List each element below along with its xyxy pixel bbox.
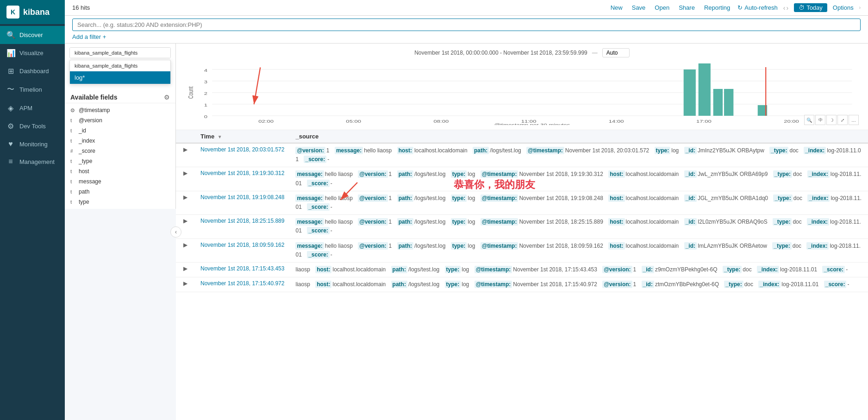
source-val: localhost.localdomain (626, 195, 681, 201)
source-key: _id: (684, 218, 697, 226)
sidebar-item-management[interactable]: ≡ Management (0, 153, 65, 170)
sidebar-item-apm[interactable]: ◈ APM (0, 99, 65, 117)
field-type-hash-score: # (70, 149, 76, 154)
chart-zoom-button[interactable]: 🔍 (804, 115, 814, 125)
index-option-flights[interactable]: kibana_sample_data_flights (70, 60, 170, 71)
save-button[interactable]: Save (630, 3, 648, 12)
index-tab-flights[interactable]: kibana_sample_data_flights (70, 48, 170, 58)
clock-icon: ⏱ (799, 4, 805, 11)
source-val: doc (793, 195, 804, 201)
reporting-button[interactable]: Reporting (702, 3, 732, 12)
monitoring-icon: ♥ (6, 140, 15, 148)
sidebar-item-label-timelion: Timelion (19, 86, 42, 93)
source-cell: @version:1 message:hello liaosp host:loc… (290, 143, 868, 167)
svg-text:1: 1 (204, 103, 207, 107)
svg-text:4: 4 (204, 68, 207, 73)
source-val: I2L0zmYB5uJK ORBAQ9oS (698, 219, 769, 225)
chart-toolbar: 🔍 中 ☽ ⤢ … (804, 115, 859, 125)
source-key: _type: (769, 147, 788, 154)
logo[interactable]: K kibana (0, 0, 65, 24)
field-name-timestamp: @timestamp (79, 107, 110, 113)
field-item-host[interactable]: t host (65, 166, 175, 176)
source-val: JwL_zmYB5uJK ORBA69p9 (698, 171, 769, 177)
chevron-right-icon[interactable]: › (786, 4, 788, 12)
index-dropdown: kibana_sample_data_flights log* (69, 60, 171, 84)
field-item-version[interactable]: t @version (65, 115, 175, 125)
search-input[interactable] (72, 19, 861, 31)
new-button[interactable]: New (609, 3, 624, 12)
expand-row-button[interactable]: ▶ (181, 146, 189, 153)
chart-dash-separator: — (592, 50, 598, 56)
expand-row-button[interactable]: ▶ (181, 280, 189, 287)
source-text: liaosp (295, 266, 312, 273)
settings-gear-icon[interactable]: ⚙ (164, 94, 170, 101)
sidebar-item-monitoring[interactable]: ♥ Monitoring (0, 135, 65, 153)
field-item-path[interactable]: t path (65, 187, 175, 197)
sidebar-item-devtools[interactable]: ⚙ Dev Tools (0, 117, 65, 135)
expand-row-button[interactable]: ▶ (181, 265, 189, 272)
source-key: host: (608, 242, 624, 250)
field-item-index[interactable]: t _index (65, 136, 175, 146)
collapse-panel-button[interactable]: ‹ (170, 226, 181, 238)
chart-interval-select[interactable]: Auto (602, 48, 630, 57)
source-key: _id: (684, 194, 697, 202)
time-cell: November 1st 2018, 19:19:08.248 (195, 191, 290, 214)
source-key: @timestamp: (481, 218, 518, 226)
field-item-logtype[interactable]: t type (65, 197, 175, 207)
refresh-icon: ↻ (737, 4, 743, 11)
field-item-score[interactable]: # _score (65, 146, 175, 156)
chart-moon-button[interactable]: ☽ (826, 115, 837, 125)
expand-row-button[interactable]: ▶ (181, 194, 189, 201)
expand-row-button[interactable]: ▶ (181, 242, 189, 248)
time-col-header[interactable]: Time ▼ (195, 130, 290, 143)
index-option-log[interactable]: log* (70, 71, 170, 84)
field-item-message[interactable]: t message (65, 176, 175, 187)
expand-row-button[interactable]: ▶ (181, 170, 189, 176)
apm-icon: ◈ (6, 104, 15, 113)
chevron-left-icon[interactable]: ‹ (783, 4, 786, 12)
field-item-timestamp[interactable]: ⊙ @timestamp (65, 105, 175, 115)
source-val: localhost.localdomain (626, 243, 681, 249)
index-selector: kibana_sample_data_flights kibana_sample… (65, 44, 175, 62)
expand-row-button[interactable]: ▶ (181, 218, 189, 224)
source-key: _score: (824, 281, 847, 288)
sidebar-item-timelion[interactable]: 〜 Timelion (0, 80, 65, 99)
field-item-id[interactable]: t _id (65, 125, 175, 136)
source-val: - (847, 281, 849, 288)
source-val: JmInz2YB5uJK ORBAytpw (698, 147, 766, 154)
sidebar-item-dashboard[interactable]: ⊞ Dashboard (0, 62, 65, 80)
source-key: path: (391, 266, 407, 273)
sidebar-item-visualize[interactable]: 📊 Visualize (0, 44, 65, 62)
source-val: log (468, 219, 476, 225)
options-button[interactable]: Options (833, 4, 854, 11)
add-filter-button[interactable]: Add a filter + (72, 33, 106, 40)
time-col-label: Time (200, 133, 214, 140)
chart-chinese-button[interactable]: 中 (815, 115, 825, 125)
source-key: host: (397, 147, 413, 154)
autorefresh-toggle[interactable]: ↻ Auto-refresh (737, 4, 778, 11)
source-val: November 1st 2018, 18:09:59.162 (519, 243, 605, 249)
source-key: @timestamp: (475, 266, 512, 273)
sidebar-item-discover[interactable]: 🔍 Discover (0, 26, 65, 44)
share-button[interactable]: Share (677, 3, 697, 12)
field-item-type[interactable]: t _type (65, 156, 175, 166)
chart-more-button[interactable]: … (849, 115, 859, 125)
dashboard-icon: ⊞ (6, 67, 15, 75)
chart-header: November 1st 2018, 00:00:00.000 - Novemb… (185, 48, 859, 57)
source-key: _type: (772, 242, 791, 250)
time-cell: November 1st 2018, 18:09:59.162 (195, 238, 290, 262)
chart-container: Count 0 1 2 3 4 02:00 (185, 60, 859, 125)
field-name-host: host (79, 168, 89, 175)
results-area[interactable]: Time ▼ _source ▶November 1st 2018, 20:03… (176, 130, 868, 420)
today-button[interactable]: ⏱ Today (794, 3, 827, 12)
source-val: log (468, 195, 476, 201)
open-button[interactable]: Open (653, 3, 671, 12)
chart-expand-button[interactable]: ⤢ (837, 115, 848, 125)
timelion-icon: 〜 (6, 85, 15, 94)
source-val: /logs/test.log (414, 243, 447, 249)
sidebar-item-label-apm: APM (19, 105, 32, 112)
chart-time-range: November 1st 2018, 00:00:00.000 - Novemb… (414, 50, 587, 56)
source-key: host: (608, 170, 624, 178)
source-val: - (331, 251, 332, 258)
available-fields-title: Available fields (70, 94, 117, 101)
